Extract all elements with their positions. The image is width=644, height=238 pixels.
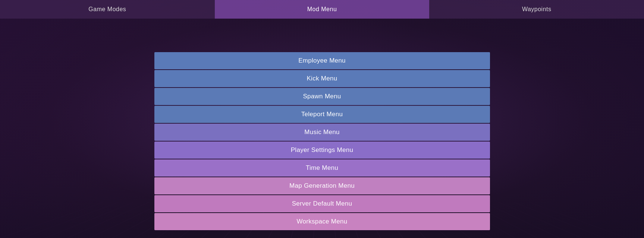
employee-menu-button[interactable]: Employee Menu xyxy=(154,52,490,69)
server-default-menu-button[interactable]: Server Default Menu xyxy=(154,195,490,212)
nav-waypoints[interactable]: Waypoints xyxy=(429,0,644,19)
workspace-menu-button[interactable]: Workspace Menu xyxy=(154,213,490,230)
time-menu-button[interactable]: Time Menu xyxy=(154,159,490,177)
kick-menu-button[interactable]: Kick Menu xyxy=(154,70,490,87)
top-nav: Game Modes Mod Menu Waypoints xyxy=(0,0,644,19)
teleport-menu-button[interactable]: Teleport Menu xyxy=(154,106,490,123)
nav-mod-menu[interactable]: Mod Menu xyxy=(215,0,430,19)
player-settings-menu-button[interactable]: Player Settings Menu xyxy=(154,142,490,159)
spawn-menu-button[interactable]: Spawn Menu xyxy=(154,88,490,105)
menu-list: Employee Menu Kick Menu Spawn Menu Telep… xyxy=(154,52,490,231)
nav-game-modes[interactable]: Game Modes xyxy=(0,0,215,19)
main-container: Game Modes Mod Menu Waypoints Employee M… xyxy=(0,0,644,238)
music-menu-button[interactable]: Music Menu xyxy=(154,124,490,141)
map-generation-menu-button[interactable]: Map Generation Menu xyxy=(154,177,490,194)
